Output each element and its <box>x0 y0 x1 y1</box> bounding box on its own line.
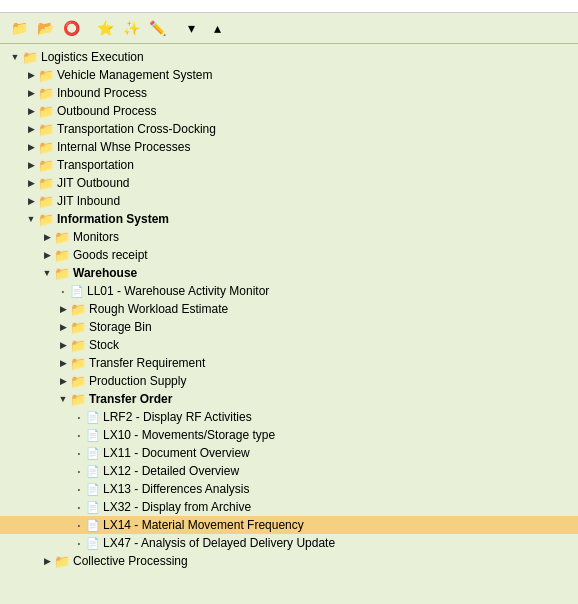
toolbar-btn-3[interactable]: ⭕ <box>60 17 82 39</box>
doc-icon: 📄 <box>86 501 100 514</box>
expander-icon[interactable]: ▶ <box>24 122 38 136</box>
expander-icon[interactable]: ▼ <box>40 266 54 280</box>
expander-icon[interactable]: ▶ <box>56 356 70 370</box>
tree-node-lrf2[interactable]: •📄LRF2 - Display RF Activities <box>0 408 578 426</box>
tree-node-jitin[interactable]: ▶📁JIT Inbound <box>0 192 578 210</box>
toolbar-btn-2[interactable]: 📂 <box>34 17 56 39</box>
node-label-infosys: Information System <box>57 212 169 226</box>
tree-node-stock[interactable]: ▶📁Stock <box>0 336 578 354</box>
expander-icon[interactable]: ▶ <box>40 230 54 244</box>
tree-node-vms[interactable]: ▶📁Vehicle Management System <box>0 66 578 84</box>
expander-icon[interactable]: ▶ <box>56 338 70 352</box>
expander-icon[interactable]: ▶ <box>40 554 54 568</box>
expander-icon[interactable]: ▶ <box>24 104 38 118</box>
expander-icon[interactable]: ▶ <box>24 158 38 172</box>
folder-icon: 📁 <box>54 554 70 569</box>
expander-icon[interactable]: ▶ <box>56 302 70 316</box>
tree-node-infosys[interactable]: ▼📁Information System <box>0 210 578 228</box>
expander-icon[interactable]: ▶ <box>24 86 38 100</box>
title-bar <box>0 0 578 13</box>
tree-node-lx10[interactable]: •📄LX10 - Movements/Storage type <box>0 426 578 444</box>
bullet-icon: • <box>56 287 70 296</box>
bullet-icon: • <box>72 467 86 476</box>
expander-icon[interactable]: ▶ <box>40 248 54 262</box>
node-label-jitin: JIT Inbound <box>57 194 120 208</box>
folder-icon: 📁 <box>38 140 54 155</box>
doc-icon: 📄 <box>86 447 100 460</box>
bullet-icon: • <box>72 521 86 530</box>
doc-icon: 📄 <box>86 483 100 496</box>
tree-node-lx32[interactable]: •📄LX32 - Display from Archive <box>0 498 578 516</box>
doc-icon: 📄 <box>86 429 100 442</box>
tree-node-transport[interactable]: ▶📁Transportation <box>0 156 578 174</box>
node-label-lrf2: LRF2 - Display RF Activities <box>103 410 252 424</box>
doc-icon: 📄 <box>86 519 100 532</box>
node-label-logistics: Logistics Execution <box>41 50 144 64</box>
tree-node-warehouse[interactable]: ▼📁Warehouse <box>0 264 578 282</box>
tree-node-lx12[interactable]: •📄LX12 - Detailed Overview <box>0 462 578 480</box>
expander-icon[interactable]: ▼ <box>24 212 38 226</box>
toolbar-btn-down[interactable]: ▾ <box>180 17 202 39</box>
tree-node-goodsreceipt[interactable]: ▶📁Goods receipt <box>0 246 578 264</box>
node-label-lx10: LX10 - Movements/Storage type <box>103 428 275 442</box>
doc-icon: 📄 <box>86 465 100 478</box>
folder-icon: 📁 <box>38 122 54 137</box>
tree-node-jitout[interactable]: ▶📁JIT Outbound <box>0 174 578 192</box>
expander-icon[interactable]: ▼ <box>56 392 70 406</box>
tree-node-logistics[interactable]: ▼📁Logistics Execution <box>0 48 578 66</box>
expander-icon[interactable]: ▶ <box>56 374 70 388</box>
node-label-internal: Internal Whse Processes <box>57 140 190 154</box>
expander-icon[interactable]: ▶ <box>24 68 38 82</box>
tree-node-inbound[interactable]: ▶📁Inbound Process <box>0 84 578 102</box>
expander-icon[interactable]: ▶ <box>56 320 70 334</box>
tree-node-monitors[interactable]: ▶📁Monitors <box>0 228 578 246</box>
bullet-icon: • <box>72 503 86 512</box>
folder-icon: 📁 <box>38 86 54 101</box>
folder-icon: 📁 <box>70 392 86 407</box>
tree-node-transferorder[interactable]: ▼📁Transfer Order <box>0 390 578 408</box>
toolbar-btn-6[interactable]: ✏️ <box>146 17 168 39</box>
expander-icon[interactable]: ▼ <box>8 50 22 64</box>
node-label-lx13: LX13 - Differences Analysis <box>103 482 250 496</box>
toolbar-btn-1[interactable]: 📁 <box>8 17 30 39</box>
tree-node-transferreq[interactable]: ▶📁Transfer Requirement <box>0 354 578 372</box>
tree-node-storagebin[interactable]: ▶📁Storage Bin <box>0 318 578 336</box>
tree-node-lx13[interactable]: •📄LX13 - Differences Analysis <box>0 480 578 498</box>
bullet-icon: • <box>72 485 86 494</box>
tree-node-lx47[interactable]: •📄LX47 - Analysis of Delayed Delivery Up… <box>0 534 578 552</box>
node-label-warehouse: Warehouse <box>73 266 137 280</box>
node-label-lx32: LX32 - Display from Archive <box>103 500 251 514</box>
tree-node-prodsupply[interactable]: ▶📁Production Supply <box>0 372 578 390</box>
tree-node-ll01[interactable]: •📄LL01 - Warehouse Activity Monitor <box>0 282 578 300</box>
folder-icon: 📁 <box>22 50 38 65</box>
tree-node-outbound[interactable]: ▶📁Outbound Process <box>0 102 578 120</box>
folder-icon: 📁 <box>38 194 54 209</box>
expander-icon[interactable]: ▶ <box>24 176 38 190</box>
tree-node-internal[interactable]: ▶📁Internal Whse Processes <box>0 138 578 156</box>
expander-icon[interactable]: ▶ <box>24 194 38 208</box>
folder-icon: 📁 <box>38 158 54 173</box>
folder-icon: 📁 <box>38 176 54 191</box>
node-label-lx14: LX14 - Material Movement Frequency <box>103 518 304 532</box>
toolbar-btn-up[interactable]: ▴ <box>206 17 228 39</box>
tree-node-lx14[interactable]: •📄LX14 - Material Movement Frequency <box>0 516 578 534</box>
doc-icon: 📄 <box>86 537 100 550</box>
node-label-transferorder: Transfer Order <box>89 392 172 406</box>
toolbar-btn-5[interactable]: ✨ <box>120 17 142 39</box>
toolbar-btn-4[interactable]: ⭐ <box>94 17 116 39</box>
doc-icon: 📄 <box>86 411 100 424</box>
tree-node-roughworkload[interactable]: ▶📁Rough Workload Estimate <box>0 300 578 318</box>
tree-node-lx11[interactable]: •📄LX11 - Document Overview <box>0 444 578 462</box>
node-label-inbound: Inbound Process <box>57 86 147 100</box>
node-label-roughworkload: Rough Workload Estimate <box>89 302 228 316</box>
expander-icon[interactable]: ▶ <box>24 140 38 154</box>
doc-icon: 📄 <box>70 285 84 298</box>
bullet-icon: • <box>72 539 86 548</box>
node-label-vms: Vehicle Management System <box>57 68 212 82</box>
tree-node-crossdocking[interactable]: ▶📁Transportation Cross-Docking <box>0 120 578 138</box>
folder-icon: 📁 <box>70 302 86 317</box>
node-label-lx11: LX11 - Document Overview <box>103 446 250 460</box>
tree-node-collective[interactable]: ▶📁Collective Processing <box>0 552 578 570</box>
node-label-collective: Collective Processing <box>73 554 188 568</box>
folder-icon: 📁 <box>54 248 70 263</box>
